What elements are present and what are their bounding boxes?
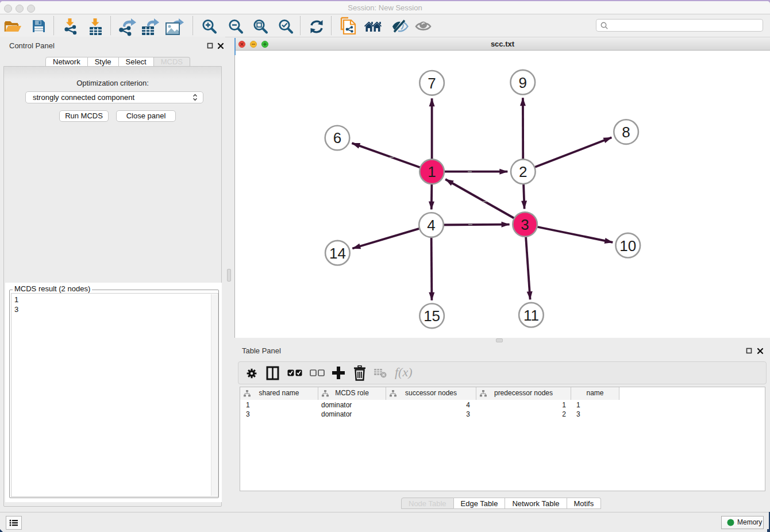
svg-text:6: 6 [333,129,341,147]
svg-text:14: 14 [329,245,346,262]
svg-text:11: 11 [523,307,539,324]
svg-text:10: 10 [619,237,636,255]
svg-text:3: 3 [521,216,529,233]
svg-text:2: 2 [519,163,527,180]
svg-text:9: 9 [519,74,527,91]
svg-text:1: 1 [428,163,436,180]
svg-text:15: 15 [424,307,440,325]
svg-text:4: 4 [427,217,435,234]
svg-text:7: 7 [428,75,436,92]
svg-text:8: 8 [622,124,630,141]
